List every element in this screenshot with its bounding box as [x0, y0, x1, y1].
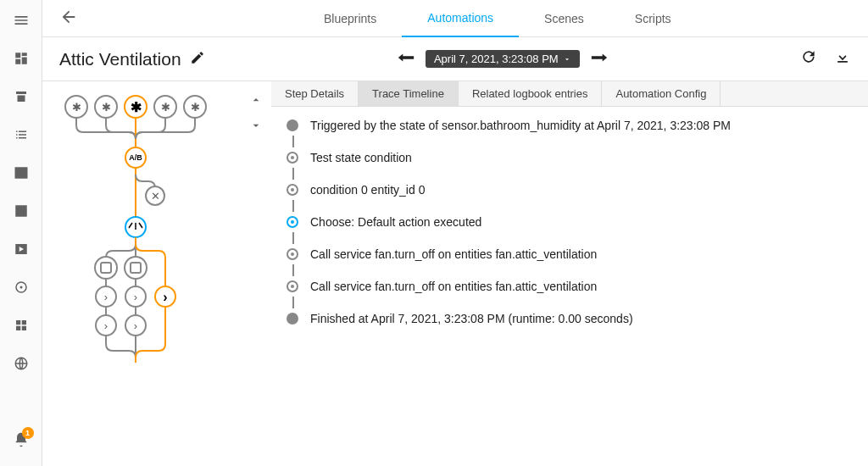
svg-rect-21 — [101, 263, 111, 273]
timeline-connector — [292, 232, 294, 244]
timeline-connector — [292, 168, 294, 180]
timeline-step[interactable]: Finished at April 7, 2021, 3:23:08 PM (r… — [287, 312, 853, 325]
timeline-step-label: Test state condition — [310, 151, 412, 164]
timeline-step[interactable]: Triggered by the state of sensor.bathroo… — [287, 119, 853, 132]
main-pane: Blueprints Automations Scenes Scripts At… — [42, 0, 868, 466]
timeline-marker — [287, 313, 298, 325]
detail-tab-logbook[interactable]: Related logbook entries — [459, 81, 603, 106]
svg-text:›: › — [134, 319, 137, 332]
trace-graph[interactable]: ✱ ✱ ✱ ✱ ✱ A/B ✕ — [55, 90, 250, 378]
tab-scripts[interactable]: Scripts — [609, 0, 697, 37]
page-title: Attic Ventilation — [59, 49, 181, 69]
detail-tab-timeline[interactable]: Trace Timeline — [359, 81, 459, 106]
timeline-step-label: Choose: Default action executed — [310, 215, 481, 229]
svg-text:✱: ✱ — [131, 100, 142, 114]
timeline-step[interactable]: Test state condition — [287, 151, 853, 164]
svg-text:›: › — [104, 319, 108, 332]
timeline-step-label: Call service fan.turn_off on entities fa… — [310, 247, 597, 261]
download-button[interactable] — [834, 48, 851, 69]
svg-rect-23 — [131, 263, 141, 273]
timeline-step-label: Call service fan.turn_off on entities fa… — [310, 280, 597, 293]
detail-tab-config[interactable]: Automation Config — [602, 81, 721, 106]
next-trace-button[interactable] — [590, 50, 609, 68]
chart-icon[interactable] — [14, 203, 29, 223]
list-icon[interactable] — [14, 127, 29, 147]
diagram-scroll-down[interactable] — [249, 119, 263, 136]
timeline-marker — [287, 248, 298, 260]
timeline-marker — [287, 280, 298, 292]
left-sidebar: 1 — [0, 0, 42, 466]
timeline-marker — [287, 119, 298, 131]
svg-text:✕: ✕ — [151, 190, 160, 202]
timeline-step[interactable]: Choose: Default action executed — [287, 215, 853, 229]
title-row: Attic Ventilation April 7, 2021, 3:23:08… — [42, 37, 868, 81]
trace-datetime-chip[interactable]: April 7, 2021, 3:23:08 PM — [426, 50, 580, 68]
timeline-step-label: Finished at April 7, 2021, 3:23:08 PM (r… — [310, 312, 633, 325]
chevron-down-icon — [563, 55, 571, 64]
energy-icon[interactable] — [14, 89, 29, 108]
svg-point-1 — [19, 286, 22, 289]
top-tabs: Blueprints Automations Scenes Scripts — [42, 0, 868, 37]
timeline-marker — [287, 184, 298, 196]
svg-text:✱: ✱ — [161, 101, 170, 114]
notifications-badge: 1 — [22, 427, 34, 439]
timeline-connector — [292, 200, 294, 212]
detail-tabs: Step Details Trace Timeline Related logb… — [271, 81, 868, 107]
notifications-icon[interactable]: 1 — [13, 431, 30, 452]
terminal-icon[interactable] — [14, 165, 29, 185]
trace-timeline: Triggered by the state of sensor.bathroo… — [271, 107, 868, 466]
detail-pane: Step Details Trace Timeline Related logb… — [271, 81, 868, 466]
hamburger-icon[interactable] — [13, 12, 30, 32]
tab-scenes[interactable]: Scenes — [519, 0, 609, 37]
timeline-marker — [287, 152, 298, 164]
dashboard-icon[interactable] — [14, 51, 29, 70]
svg-text:✱: ✱ — [102, 101, 111, 114]
svg-text:›: › — [104, 291, 108, 303]
svg-text:A/B: A/B — [129, 153, 142, 162]
addons-icon[interactable] — [14, 318, 29, 337]
timeline-connector — [292, 297, 294, 308]
svg-text:✱: ✱ — [72, 101, 81, 114]
timeline-step[interactable]: Call service fan.turn_off on entities fa… — [287, 247, 853, 261]
svg-text:›: › — [163, 290, 167, 304]
esphome-icon[interactable] — [14, 280, 29, 299]
timeline-step-label: condition 0 entity_id 0 — [310, 183, 425, 197]
svg-text:✱: ✱ — [191, 101, 200, 114]
timeline-connector — [292, 264, 294, 276]
refresh-button[interactable] — [800, 48, 817, 69]
globe-icon[interactable] — [14, 356, 29, 375]
timeline-step[interactable]: condition 0 entity_id 0 — [287, 183, 853, 197]
timeline-step[interactable]: Call service fan.turn_off on entities fa… — [287, 280, 853, 293]
edit-icon[interactable] — [190, 50, 205, 69]
prev-trace-button[interactable] — [397, 50, 415, 68]
tab-blueprints[interactable]: Blueprints — [298, 0, 402, 37]
timeline-connector — [292, 136, 294, 147]
timeline-step-label: Triggered by the state of sensor.bathroo… — [310, 119, 731, 132]
detail-tab-step[interactable]: Step Details — [271, 81, 359, 106]
back-button[interactable] — [59, 8, 78, 30]
trace-datetime-text: April 7, 2021, 3:23:08 PM — [434, 53, 559, 65]
tab-automations[interactable]: Automations — [402, 0, 519, 37]
svg-text:›: › — [134, 291, 137, 303]
timeline-marker — [287, 216, 298, 228]
media-icon[interactable] — [14, 241, 29, 261]
trace-diagram-pane: ✱ ✱ ✱ ✱ ✱ A/B ✕ — [42, 81, 271, 466]
diagram-scroll-up[interactable] — [249, 93, 263, 110]
